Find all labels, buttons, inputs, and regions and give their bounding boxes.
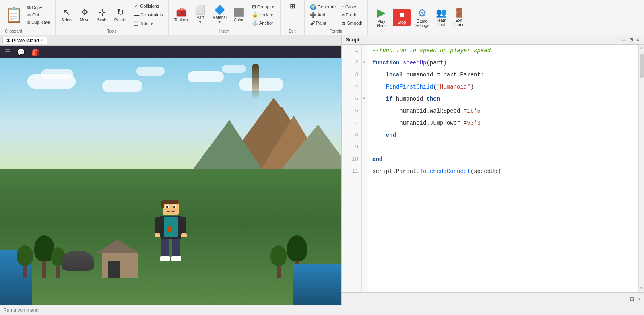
team-test-button[interactable]: Team Test <box>433 7 449 29</box>
code-line-1: --function to speed up player speed <box>372 45 634 57</box>
paint-button[interactable]: 🖌 Paint <box>308 19 338 27</box>
team-icon <box>436 8 447 17</box>
close-script-button[interactable]: × <box>636 37 640 43</box>
paste-button[interactable]: 📋 <box>5 8 23 22</box>
tab-close-button[interactable]: × <box>41 38 43 43</box>
play-icon <box>377 7 386 19</box>
group-button[interactable]: ⊞ Group ▼ <box>250 3 277 10</box>
code-area[interactable]: --function to speed up player speed func… <box>368 45 638 292</box>
play-here-button[interactable]: Play Here <box>371 6 391 30</box>
code-line-6: humanoid.WalkSpeed = 16 * 5 <box>372 105 634 117</box>
character <box>155 200 187 264</box>
svg-rect-7 <box>161 201 164 208</box>
inventory-icon[interactable]: 🎒 <box>30 47 41 57</box>
svg-rect-21 <box>161 238 169 258</box>
part-button[interactable]: Part ▼ <box>192 4 208 26</box>
rotate-icon <box>117 8 124 17</box>
erode-button[interactable]: ≈ Erode <box>339 11 364 19</box>
group-icon: ⊞ <box>252 4 256 10</box>
rotate-button[interactable]: Rotate <box>112 6 128 24</box>
anchor-button[interactable]: ⚓ Anchor <box>250 19 277 27</box>
edit-expand-button[interactable]: ⊞ <box>288 2 297 11</box>
building <box>102 253 138 278</box>
script-panel: Script — ⊡ × 1 2 3 4 5 6 7 8 9 10 11 <box>341 35 644 305</box>
grow-icon: ↑ <box>341 4 344 10</box>
pirate-island-tab[interactable]: 🏝 Pirate Island × <box>2 37 47 44</box>
stop-button[interactable]: Stop <box>393 9 411 26</box>
duplicate-button[interactable]: ⧈ Duplicate <box>25 19 52 26</box>
game-settings-button[interactable]: Game Settings <box>412 6 431 29</box>
script-title: Script <box>346 37 359 43</box>
erode-icon: ≈ <box>341 12 344 18</box>
tools-section: Select Move Scale Rotate ☑ Collisions <box>56 0 169 35</box>
cloud <box>222 65 246 73</box>
fold-arrow-5[interactable]: ▼ <box>363 93 365 105</box>
svg-rect-19 <box>181 217 186 235</box>
edit-label: Edit <box>289 28 295 33</box>
svg-rect-24 <box>160 256 170 261</box>
generate-icon: 🌍 <box>310 4 316 10</box>
exit-game-button[interactable]: Exit Game <box>451 7 467 29</box>
cloud <box>41 69 73 79</box>
move-button[interactable]: Move <box>76 6 93 24</box>
join-button[interactable]: ☐ Join ▼ <box>132 20 165 28</box>
cloud <box>136 67 165 76</box>
insert-label: Insert <box>219 28 229 33</box>
building-roof <box>95 239 140 253</box>
cut-button[interactable]: ✂ Cut <box>25 12 52 19</box>
code-line-3: local humanoid = part.Parent: <box>372 69 634 81</box>
edit-section: ⊞ Edit <box>281 0 305 35</box>
rock-left <box>62 251 94 271</box>
script-scrollbar[interactable]: ▲ ▼ <box>638 45 644 292</box>
join-checkbox: ☐ <box>134 21 139 27</box>
exit-icon <box>454 8 464 17</box>
add-terrain-button[interactable]: ➕ Add <box>308 11 338 19</box>
command-input[interactable] <box>3 307 641 313</box>
color-button[interactable]: Color <box>231 6 247 24</box>
tree-left-1 <box>17 245 33 278</box>
hamburger-menu[interactable]: ☰ <box>3 47 12 57</box>
toolbox-button[interactable]: Toolbox <box>172 6 190 24</box>
scroll-down-button[interactable]: ▼ <box>639 284 644 292</box>
minimize-script-button[interactable]: — <box>620 37 627 43</box>
duplicate-icon: ⧈ <box>27 20 30 25</box>
chat-icon[interactable]: 💬 <box>15 47 27 57</box>
maximize-script-button[interactable]: ⊡ <box>628 37 634 43</box>
collisions-button[interactable]: ☑ Collisions <box>132 2 165 10</box>
script-panel-icons: — ⊡ × <box>620 37 640 43</box>
svg-rect-23 <box>161 237 181 239</box>
script-bottom-bar: — ⊡ × <box>342 292 644 305</box>
constraints-button[interactable]: — Constraints <box>132 11 165 19</box>
select-button[interactable]: Select <box>59 6 75 24</box>
grow-button[interactable]: ↑ Grow <box>339 3 364 11</box>
color-icon <box>234 8 244 17</box>
material-button[interactable]: Material ▼ <box>210 4 229 26</box>
add-terrain-icon: ➕ <box>310 12 316 18</box>
lock-icon: 🔒 <box>252 12 258 18</box>
svg-rect-17 <box>155 217 161 235</box>
code-line-7: humanoid.JumpPower = 50 * 3 <box>372 117 634 129</box>
smooth-button[interactable]: ≋ Smooth <box>339 19 364 27</box>
tree-right-2 <box>270 245 287 278</box>
scale-button[interactable]: Scale <box>94 6 110 24</box>
gear-icon <box>417 8 427 18</box>
toolbox-icon <box>176 8 187 17</box>
water-right <box>293 264 341 305</box>
anchor-icon: ⚓ <box>252 20 258 26</box>
copy-button[interactable]: ⧉ Copy <box>25 4 52 11</box>
fold-arrow-2[interactable]: ▼ <box>363 57 365 69</box>
scroll-up-button[interactable]: ▲ <box>639 45 644 53</box>
lock-button[interactable]: 🔒 Lock ▼ <box>250 11 277 19</box>
maximize-bottom-button[interactable]: ⊡ <box>629 296 635 302</box>
close-bottom-button[interactable]: × <box>636 296 641 302</box>
viewport[interactable]: 🏝 Pirate Island × ☰ 💬 🎒 <box>0 35 341 305</box>
stop-icon <box>399 10 405 19</box>
minimize-bottom-button[interactable]: — <box>621 296 627 302</box>
code-line-9 <box>372 141 634 153</box>
generate-button[interactable]: 🌍 Generate <box>308 3 338 11</box>
code-line-2: function speedUp (part) <box>372 57 634 69</box>
scrollbar-thumb[interactable] <box>640 54 644 78</box>
clipboard-label: Clipboard <box>5 28 52 33</box>
code-line-11: script.Parent. Touched : Connect (speedU… <box>372 165 634 177</box>
svg-rect-10 <box>166 206 168 208</box>
